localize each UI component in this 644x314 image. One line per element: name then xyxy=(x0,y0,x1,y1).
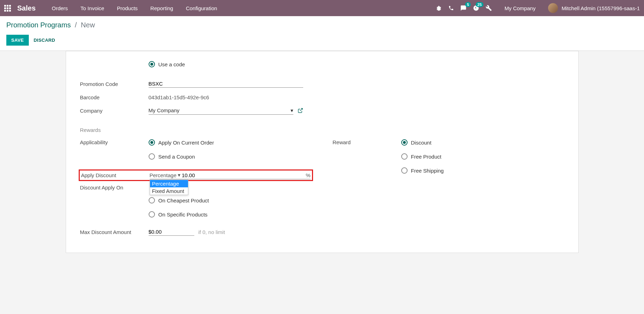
discard-button[interactable]: DISCARD xyxy=(34,38,55,43)
applicability-label: Applicability xyxy=(80,138,149,145)
nav-reporting[interactable]: Reporting xyxy=(150,5,173,11)
form-sheet: Use a code Promotion Code Barcode 043d1a… xyxy=(66,51,579,253)
breadcrumb-root[interactable]: Promotion Programs xyxy=(6,21,71,29)
apply-discount-type-select[interactable]: Percentage ▾ xyxy=(150,171,181,179)
discount-apply-on-option-1: On Specific Products xyxy=(158,212,208,218)
avatar-icon xyxy=(548,3,558,13)
use-code-label: Use a code xyxy=(158,61,185,67)
messages-icon[interactable]: 5 xyxy=(460,5,467,11)
reward-free-product-radio[interactable] xyxy=(401,153,408,160)
activities-badge: 25 xyxy=(476,2,483,7)
breadcrumb-current: New xyxy=(81,21,95,29)
max-discount-label: Max Discount Amount xyxy=(80,229,149,235)
rewards-section-title: Rewards xyxy=(80,127,564,133)
nav-products[interactable]: Products xyxy=(117,5,138,11)
reward-label: Reward xyxy=(333,138,401,145)
applicability-option-0: Apply On Current Order xyxy=(158,140,214,146)
barcode-value: 043d1ab1-15d5-492e-9c6 xyxy=(149,94,209,100)
applicability-current-order-radio[interactable] xyxy=(149,139,155,146)
user-menu[interactable]: Mitchell Admin (15557996-saas-1 xyxy=(548,3,640,13)
dropdown-option-percentage[interactable]: Percentage xyxy=(150,180,188,187)
company-label: Company xyxy=(80,108,149,114)
breadcrumb-separator: / xyxy=(75,21,77,29)
applicability-option-1: Send a Coupon xyxy=(158,154,195,160)
reward-discount-radio[interactable] xyxy=(401,139,408,146)
apply-discount-value-input[interactable] xyxy=(182,172,306,179)
top-navbar: Sales Orders To Invoice Products Reporti… xyxy=(0,0,644,16)
apply-discount-label: Apply Discount xyxy=(81,172,150,178)
max-discount-hint: if 0, no limit xyxy=(199,229,225,235)
save-button[interactable]: SAVE xyxy=(6,35,29,46)
activities-icon[interactable]: 25 xyxy=(473,5,479,11)
nav-configuration[interactable]: Configuration xyxy=(186,5,217,11)
nav-to-invoice[interactable]: To Invoice xyxy=(80,5,104,11)
max-discount-input[interactable] xyxy=(149,228,194,236)
chevron-down-icon: ▾ xyxy=(178,172,181,178)
promo-code-input[interactable] xyxy=(149,80,303,88)
discount-on-cheapest-radio[interactable] xyxy=(149,197,155,203)
app-brand[interactable]: Sales xyxy=(17,4,35,12)
percent-unit: % xyxy=(306,172,310,178)
phone-icon[interactable] xyxy=(448,5,454,11)
discount-on-specific-radio[interactable] xyxy=(149,211,155,218)
user-name: Mitchell Admin (15557996-saas-1 xyxy=(561,5,640,11)
reward-option-0: Discount xyxy=(411,140,431,146)
apply-discount-highlight: Apply Discount Percentage ▾ % xyxy=(79,169,313,181)
bug-icon[interactable] xyxy=(436,5,442,11)
apply-discount-type-value: Percentage xyxy=(150,172,177,178)
reward-free-shipping-radio[interactable] xyxy=(401,167,408,174)
barcode-label: Barcode xyxy=(80,94,149,100)
reward-option-2: Free Shipping xyxy=(411,168,444,174)
svg-line-0 xyxy=(300,108,302,111)
messages-badge: 5 xyxy=(465,2,471,7)
external-link-icon[interactable] xyxy=(298,108,303,113)
tools-icon[interactable] xyxy=(486,5,492,11)
control-panel: Promotion Programs / New SAVE DISCARD xyxy=(0,16,644,51)
apply-discount-type-dropdown: Percentage Fixed Amount xyxy=(150,180,188,195)
company-switcher[interactable]: My Company xyxy=(505,5,535,11)
discount-apply-on-option-0: On Cheapest Product xyxy=(158,198,209,203)
discount-apply-on-label: Discount Apply On xyxy=(80,183,149,191)
use-code-radio[interactable] xyxy=(149,61,155,67)
breadcrumb: Promotion Programs / New xyxy=(6,21,638,29)
nav-orders[interactable]: Orders xyxy=(52,5,68,11)
company-select[interactable]: My Company xyxy=(149,107,289,113)
apps-icon[interactable] xyxy=(4,5,11,12)
reward-option-1: Free Product xyxy=(411,154,442,160)
applicability-send-coupon-radio[interactable] xyxy=(149,153,155,160)
promo-code-label: Promotion Code xyxy=(80,81,149,87)
chevron-down-icon[interactable]: ▾ xyxy=(291,107,293,114)
dropdown-option-fixed-amount[interactable]: Fixed Amount xyxy=(150,187,188,195)
